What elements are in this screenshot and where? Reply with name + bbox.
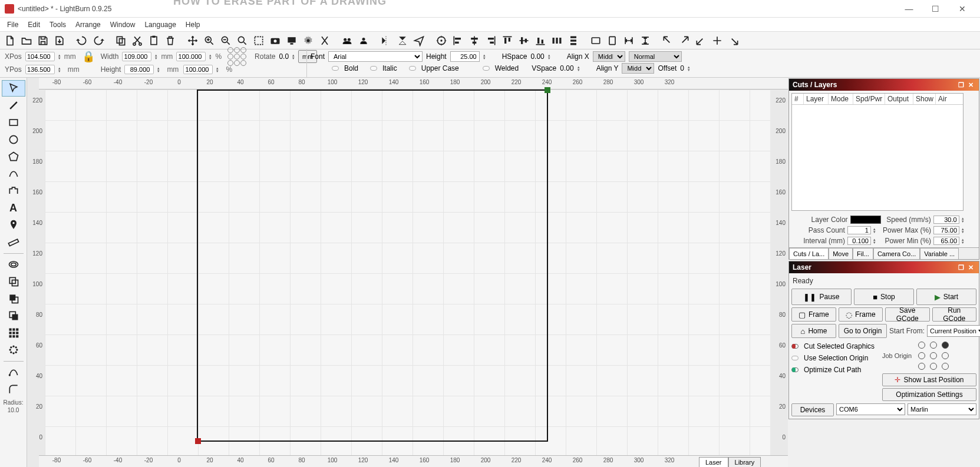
menu-tools[interactable]: Tools <box>45 19 71 31</box>
same-width-icon[interactable] <box>588 33 603 48</box>
preview-icon[interactable] <box>284 33 299 48</box>
edit-path-tool[interactable] <box>2 364 25 380</box>
start-button[interactable]: ▶Start <box>916 289 976 305</box>
width-spinner[interactable] <box>155 54 157 59</box>
zoom-in-icon[interactable] <box>202 33 217 48</box>
canvas[interactable] <box>45 90 770 455</box>
laser-panel-restore-icon[interactable]: ❐ <box>956 263 966 272</box>
position-tool[interactable] <box>2 217 25 233</box>
cut-icon[interactable] <box>130 33 145 48</box>
move-br-icon[interactable] <box>726 33 741 48</box>
cuts-panel-header[interactable]: Cuts / Layers ❐ ✕ <box>789 79 979 91</box>
distribute-v-icon[interactable] <box>566 33 581 48</box>
align-bottom-icon[interactable] <box>533 33 548 48</box>
boolean-intersect-tool[interactable] <box>2 307 25 324</box>
pmin-spinner[interactable] <box>962 238 967 244</box>
mirror-v-icon[interactable] <box>395 33 410 48</box>
laser-panel-header[interactable]: Laser ❐ ✕ <box>789 261 979 273</box>
stop-button[interactable]: ■Stop <box>854 289 914 305</box>
device-settings-icon[interactable] <box>317 33 332 48</box>
frame-selection-icon[interactable] <box>251 33 266 48</box>
menu-edit[interactable]: Edit <box>23 19 45 31</box>
menu-file[interactable]: File <box>2 19 23 31</box>
move-tl-icon[interactable] <box>660 33 675 48</box>
pass-input[interactable] <box>847 226 871 234</box>
align-hcenter-icon[interactable] <box>467 33 482 48</box>
width-input[interactable] <box>122 52 151 61</box>
ungroup-icon[interactable] <box>356 33 371 48</box>
mirror-h-icon[interactable] <box>378 33 394 48</box>
frame-rect-button[interactable]: ▢Frame <box>791 307 836 322</box>
opt-cut-toggle[interactable] <box>791 367 798 372</box>
zoom-fit-icon[interactable] <box>235 33 250 48</box>
pmin-input[interactable] <box>933 237 959 245</box>
ellipse-tool[interactable] <box>2 131 25 148</box>
maximize-button[interactable]: ☐ <box>922 1 949 17</box>
hspace-spinner[interactable] <box>548 54 554 59</box>
tab-camera[interactable]: Camera Co... <box>873 248 920 259</box>
upper-toggle[interactable] <box>409 66 416 71</box>
measure-tool[interactable] <box>2 234 25 250</box>
height-pct-spinner[interactable] <box>216 67 222 72</box>
speed-spinner[interactable] <box>962 217 967 223</box>
start-from-select[interactable]: Current Position <box>927 325 980 337</box>
polygon-tool[interactable] <box>2 148 25 165</box>
width-pct-input[interactable] <box>176 52 206 61</box>
panel-close-icon[interactable]: ✕ <box>966 80 975 90</box>
devices-button[interactable]: Devices <box>791 403 834 416</box>
align-top-icon[interactable] <box>500 33 515 48</box>
panel-restore-icon[interactable]: ❐ <box>956 80 966 90</box>
tab-file[interactable]: Fil... <box>853 248 873 259</box>
interval-spinner[interactable] <box>873 238 879 244</box>
menu-arrange[interactable]: Arrange <box>71 19 105 31</box>
group-icon[interactable] <box>339 33 355 48</box>
align-left-icon[interactable] <box>450 33 466 48</box>
bold-toggle[interactable] <box>332 66 339 71</box>
xpos-input[interactable] <box>25 52 55 61</box>
minimize-button[interactable]: — <box>896 1 922 17</box>
height-spinner[interactable] <box>157 67 163 72</box>
move-bl-icon[interactable] <box>693 33 708 48</box>
layer-color-swatch[interactable] <box>850 216 882 224</box>
pmax-spinner[interactable] <box>962 227 967 233</box>
job-origin-grid[interactable] <box>916 340 951 371</box>
line-tool[interactable] <box>2 97 25 114</box>
pause-button[interactable]: ❚❚Pause <box>791 289 852 305</box>
distribute-h-icon[interactable] <box>549 33 565 48</box>
bottom-tab-laser[interactable]: Laser <box>699 457 728 467</box>
height-pct-input[interactable] <box>183 65 213 74</box>
rectangle-tool[interactable] <box>2 114 25 131</box>
menu-help[interactable]: Help <box>181 19 205 31</box>
optimization-settings-button[interactable]: Optimization Settings <box>882 388 976 401</box>
welded-toggle[interactable] <box>483 66 490 71</box>
tab-move[interactable]: Move <box>829 248 853 259</box>
cut-selected-toggle[interactable] <box>791 344 798 349</box>
pmax-input[interactable] <box>933 226 959 234</box>
pass-spinner[interactable] <box>873 227 879 233</box>
space-h-icon[interactable] <box>621 33 636 48</box>
layers-table[interactable]: # Layer Mode Spd/Pwr Output Show Air <box>791 93 963 211</box>
pan-icon[interactable] <box>185 33 200 48</box>
zoom-out-icon[interactable] <box>218 33 233 48</box>
radial-array-tool[interactable] <box>2 342 25 358</box>
rotate-spinner[interactable] <box>292 54 295 59</box>
save-gcode-button[interactable]: Save GCode <box>885 307 930 322</box>
canvas-area[interactable]: -80-60-40-200204060801001201401601802002… <box>27 78 788 467</box>
frame-circle-button[interactable]: ◌Frame <box>839 307 883 322</box>
laser-panel-close-icon[interactable]: ✕ <box>966 263 975 272</box>
tab-tool[interactable] <box>2 183 25 199</box>
settings-icon[interactable] <box>301 33 316 48</box>
ypos-spinner[interactable] <box>58 67 64 72</box>
align-right-icon[interactable] <box>483 33 499 48</box>
close-button[interactable]: ✕ <box>949 1 975 17</box>
firmware-select[interactable]: Marlin <box>908 403 976 415</box>
tab-cuts[interactable]: Cuts / La... <box>789 248 829 259</box>
offset-tool[interactable] <box>2 256 25 273</box>
align-center-icon[interactable] <box>434 33 449 48</box>
same-height-icon[interactable] <box>605 33 620 48</box>
move-center-icon[interactable] <box>710 33 725 48</box>
tab-variable[interactable]: Variable ... <box>920 248 959 259</box>
use-sel-origin-toggle[interactable] <box>791 356 798 360</box>
copy-icon[interactable] <box>113 33 128 48</box>
send-icon[interactable] <box>411 33 427 48</box>
